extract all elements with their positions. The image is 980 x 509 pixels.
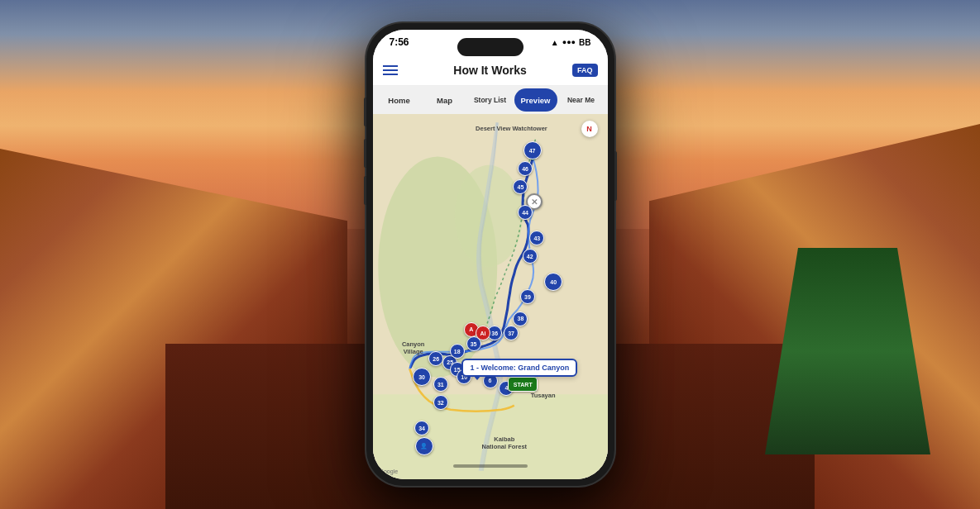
marker-34[interactable]: 34: [414, 421, 429, 435]
marker-47[interactable]: 47: [523, 141, 542, 159]
marker-30[interactable]: 30: [413, 368, 431, 386]
tab-story-list[interactable]: Story List: [469, 88, 512, 112]
compass-north: N: [586, 125, 592, 133]
hamburger-line-1: [383, 65, 398, 67]
silent-switch: [364, 176, 366, 205]
header-title: How It Works: [453, 64, 526, 77]
map-tooltip: 1 - Welcome: Grand Canyon: [461, 359, 577, 377]
marker-43[interactable]: 43: [529, 231, 544, 245]
volume-up-button: [364, 139, 366, 168]
phone-device: 7:56 ▲ ●●● BB How It Works FAQ Home Map: [366, 23, 614, 486]
compass[interactable]: N: [581, 121, 598, 137]
marker-start[interactable]: START: [508, 377, 538, 392]
label-kaibab: KaibabNational Forest: [471, 435, 538, 450]
marker-31[interactable]: 31: [433, 377, 448, 392]
tab-near-me[interactable]: Near Me: [560, 88, 603, 112]
marker-37[interactable]: 37: [504, 326, 519, 340]
dynamic-island: [457, 38, 523, 56]
hamburger-line-2: [383, 69, 398, 71]
marker-45[interactable]: 45: [513, 179, 528, 194]
marker-44[interactable]: 44: [518, 205, 533, 220]
battery-icon: BB: [579, 38, 590, 47]
signal-icon: ▲: [551, 38, 559, 47]
faq-button[interactable]: FAQ: [572, 64, 598, 77]
hamburger-line-3: [383, 74, 398, 75]
google-watermark: Google: [380, 469, 399, 474]
map-svg: [373, 114, 608, 479]
marker-35[interactable]: 35: [466, 336, 481, 351]
marker-38[interactable]: 38: [513, 312, 528, 326]
marker-42[interactable]: 42: [523, 249, 538, 264]
volume-down-button: [364, 98, 366, 126]
marker-26[interactable]: 26: [428, 351, 443, 366]
label-tusayan: Tusayan: [519, 392, 568, 399]
power-button: [614, 151, 617, 201]
label-watchtower: Desert View Watchtower: [461, 125, 561, 132]
marker-39[interactable]: 39: [520, 289, 535, 304]
marker-person-bottom[interactable]: 👤: [415, 437, 433, 455]
wifi-icon: ●●●: [562, 38, 576, 46]
tab-home[interactable]: Home: [378, 88, 421, 112]
marker-46[interactable]: 46: [518, 161, 533, 176]
tab-map[interactable]: Map: [423, 88, 466, 112]
marker-32[interactable]: 32: [433, 395, 448, 410]
home-indicator: [453, 464, 528, 468]
app-header: How It Works FAQ: [373, 55, 608, 86]
marker-40[interactable]: 40: [544, 273, 562, 291]
hamburger-menu[interactable]: [383, 65, 398, 75]
nav-tabs: Home Map Story List Preview Near Me: [373, 86, 608, 114]
tab-preview[interactable]: Preview: [514, 88, 557, 112]
status-time: 7:56: [390, 36, 409, 48]
status-icons: ▲ ●●● BB: [551, 38, 591, 47]
marker-18[interactable]: 18: [450, 344, 465, 359]
phone-screen: 7:56 ▲ ●●● BB How It Works FAQ Home Map: [373, 30, 608, 479]
map-area[interactable]: Desert View Watchtower CanyonVillage Tus…: [373, 114, 608, 479]
